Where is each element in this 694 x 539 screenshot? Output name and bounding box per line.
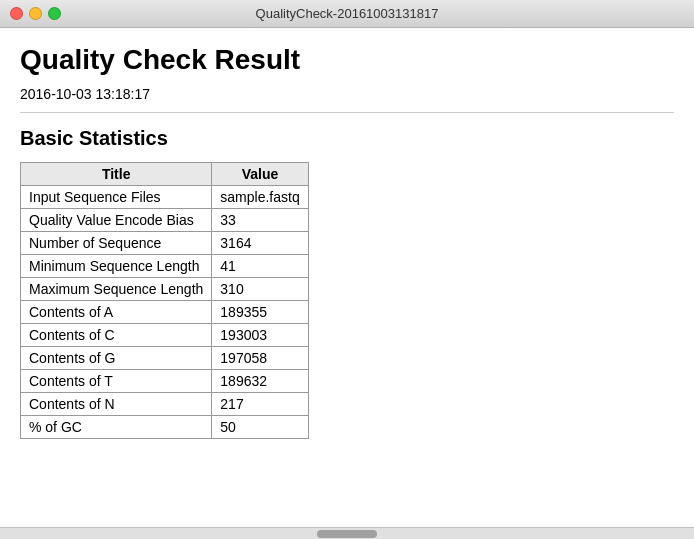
table-cell-value: 33 <box>212 209 308 232</box>
col-header-title: Title <box>21 163 212 186</box>
window-controls[interactable] <box>10 7 61 20</box>
table-cell-title: Contents of C <box>21 324 212 347</box>
table-cell-value: 189355 <box>212 301 308 324</box>
window-title: QualityCheck-20161003131817 <box>256 6 439 21</box>
table-row: Quality Value Encode Bias33 <box>21 209 309 232</box>
table-row: Number of Sequence3164 <box>21 232 309 255</box>
table-row: Input Sequence Filessample.fastq <box>21 186 309 209</box>
table-cell-title: Maximum Sequence Length <box>21 278 212 301</box>
table-cell-title: Contents of N <box>21 393 212 416</box>
table-row: Maximum Sequence Length310 <box>21 278 309 301</box>
table-cell-title: Minimum Sequence Length <box>21 255 212 278</box>
table-cell-value: 217 <box>212 393 308 416</box>
close-button[interactable] <box>10 7 23 20</box>
timestamp: 2016-10-03 13:18:17 <box>20 86 674 102</box>
table-cell-title: % of GC <box>21 416 212 439</box>
table-cell-value: sample.fastq <box>212 186 308 209</box>
maximize-button[interactable] <box>48 7 61 20</box>
table-row: Contents of G197058 <box>21 347 309 370</box>
table-row: Contents of T189632 <box>21 370 309 393</box>
basic-statistics-table: Title Value Input Sequence Filessample.f… <box>20 162 309 439</box>
page-title: Quality Check Result <box>20 44 674 76</box>
scrollbar[interactable] <box>0 527 694 539</box>
col-header-value: Value <box>212 163 308 186</box>
table-row: Minimum Sequence Length41 <box>21 255 309 278</box>
table-row: % of GC50 <box>21 416 309 439</box>
table-cell-value: 50 <box>212 416 308 439</box>
window-content: Quality Check Result 2016-10-03 13:18:17… <box>0 28 694 527</box>
title-bar: QualityCheck-20161003131817 <box>0 0 694 28</box>
table-cell-title: Quality Value Encode Bias <box>21 209 212 232</box>
minimize-button[interactable] <box>29 7 42 20</box>
table-cell-value: 41 <box>212 255 308 278</box>
table-cell-title: Contents of A <box>21 301 212 324</box>
table-cell-value: 193003 <box>212 324 308 347</box>
section-title-basic-statistics: Basic Statistics <box>20 127 674 150</box>
table-cell-value: 3164 <box>212 232 308 255</box>
table-row: Contents of A189355 <box>21 301 309 324</box>
table-cell-title: Contents of G <box>21 347 212 370</box>
table-cell-title: Contents of T <box>21 370 212 393</box>
table-row: Contents of N217 <box>21 393 309 416</box>
table-row: Contents of C193003 <box>21 324 309 347</box>
divider-top <box>20 112 674 113</box>
table-cell-title: Input Sequence Files <box>21 186 212 209</box>
scrollbar-thumb[interactable] <box>317 530 377 538</box>
table-cell-value: 197058 <box>212 347 308 370</box>
table-cell-value: 189632 <box>212 370 308 393</box>
table-cell-value: 310 <box>212 278 308 301</box>
table-cell-title: Number of Sequence <box>21 232 212 255</box>
